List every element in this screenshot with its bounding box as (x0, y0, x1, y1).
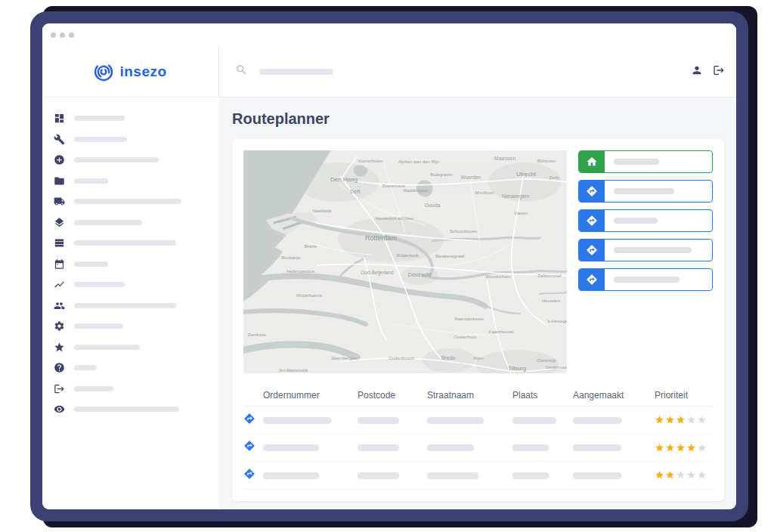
routeplanner-card: VoorschotenAlphen aan den RijnMaarssenBi… (232, 139, 724, 501)
route-stop-label (605, 181, 712, 202)
route-stop-label (605, 210, 712, 231)
brand-logo[interactable]: insezo (42, 46, 219, 97)
orders-col-header[interactable]: Postcode (358, 390, 427, 401)
star-filled-icon (665, 443, 675, 453)
route-stop-home[interactable] (578, 150, 713, 173)
sidebar-item-folder[interactable] (42, 171, 219, 192)
route-map[interactable]: VoorschotenAlphen aan den RijnMaarssenBi… (243, 150, 567, 373)
sidebar-item-logout[interactable] (42, 379, 219, 400)
route-stop-stop[interactable] (578, 268, 713, 291)
eye-icon (54, 404, 65, 415)
sidebar-item-label-placeholder (74, 199, 181, 204)
route-stop-stop[interactable] (578, 180, 713, 203)
window-dot-icon[interactable] (69, 32, 74, 38)
window-dot-icon[interactable] (60, 32, 65, 38)
star-empty-icon (697, 415, 707, 425)
orders-col-header[interactable]: Straatnaam (427, 390, 512, 401)
sidebar-item-label-placeholder (74, 345, 140, 350)
orders-table-row[interactable] (243, 435, 713, 462)
search-bar[interactable] (219, 46, 691, 97)
card-top: VoorschotenAlphen aan den RijnMaarssenBi… (243, 150, 713, 373)
sidebar-item-plus-circle[interactable] (42, 150, 219, 171)
sidebar-item-label-placeholder (74, 116, 125, 121)
map-city-label: Oosterhout (454, 335, 476, 339)
priority-stars[interactable] (655, 415, 713, 425)
sidebar-item-truck[interactable] (42, 191, 219, 212)
sidebar-item-star[interactable] (42, 337, 219, 358)
sidebar-item-label-placeholder (74, 157, 159, 162)
map-city-label: Breda (441, 355, 456, 360)
star-empty-icon (697, 443, 707, 453)
map-city-label: Woudrichem (485, 274, 511, 279)
sidebar-item-gear[interactable] (42, 316, 219, 337)
star-filled-icon (676, 415, 686, 425)
directions-icon (586, 185, 598, 197)
sidebar-item-calendar[interactable] (42, 254, 219, 275)
sidebar-item-label-placeholder (74, 386, 113, 391)
sidebar-item-users[interactable] (42, 295, 219, 317)
map-city-label: Zeist (549, 175, 559, 180)
orders-table-row[interactable] (243, 407, 713, 435)
wrench-icon (54, 134, 65, 145)
directions-icon (243, 468, 255, 480)
map-city-label: Middelharnis (296, 293, 322, 298)
logout-icon (54, 383, 65, 394)
map-city-label: Rockanje (281, 255, 301, 260)
order-cell-placeholder (427, 469, 512, 482)
route-stop-stop[interactable] (578, 239, 713, 261)
map-city-label: Waddinxveen (403, 188, 428, 193)
star-filled-icon (655, 415, 664, 425)
search-icon (235, 63, 248, 76)
order-cell-placeholder (263, 413, 358, 427)
directions-icon-badge (579, 240, 605, 261)
home-icon (586, 156, 598, 168)
map-city-label: Oisterwijk (537, 358, 557, 363)
sidebar-item-dashboard[interactable] (42, 108, 219, 129)
sidebar-item-label-placeholder (74, 261, 108, 267)
map-city-label: Nieuwerkerk a/d IJssel (376, 216, 413, 221)
logout-icon[interactable] (713, 64, 725, 79)
directions-icon (586, 244, 598, 256)
map-city-label: Voorschoten (358, 159, 382, 163)
orders-table: OrdernummerPostcodeStraatnaamPlaatsAange… (243, 384, 713, 490)
order-cell-placeholder (358, 441, 427, 454)
directions-icon-badge (579, 210, 605, 231)
route-stop-label (605, 151, 712, 172)
sidebar-item-eye[interactable] (42, 399, 219, 420)
sidebar-item-table-rows[interactable] (42, 233, 219, 254)
app-window: insezo Routeplanner (42, 23, 736, 509)
route-stop-stop[interactable] (578, 209, 713, 232)
map-city-label: Oudenbosch (389, 356, 414, 360)
orders-col-header[interactable]: Plaats (512, 390, 573, 401)
map-city-label: Naaldwijk (312, 209, 333, 213)
map-city-label: Alphen aan den Rijn (398, 159, 439, 164)
order-cell-placeholder (263, 469, 358, 482)
main-content: Routeplanner (219, 97, 736, 509)
app-header: insezo (42, 46, 736, 97)
truck-icon (54, 196, 65, 207)
orders-col-header[interactable]: Aangemaakt (573, 390, 655, 401)
sidebar-item-layers[interactable] (42, 212, 219, 234)
star-icon (54, 342, 65, 353)
brand-name: insezo (119, 63, 166, 80)
calendar-icon (54, 258, 65, 270)
window-titlebar (42, 23, 736, 46)
map-city-label: Nieuwegein (502, 193, 530, 200)
orders-col-header[interactable]: Prioriteit (655, 390, 713, 401)
window-dot-icon[interactable] (51, 32, 56, 38)
sidebar-item-wrench[interactable] (42, 129, 219, 150)
sidebar-item-help[interactable] (42, 357, 219, 379)
brand-logo-icon (94, 62, 113, 82)
map-city-label: Dordrecht (408, 272, 432, 277)
route-stop-label-placeholder (614, 218, 658, 224)
priority-stars[interactable] (655, 443, 713, 453)
orders-table-row[interactable] (243, 462, 713, 490)
priority-stars[interactable] (655, 470, 713, 480)
orders-col-header[interactable]: Ordernummer (263, 390, 358, 401)
search-input-placeholder[interactable] (259, 69, 333, 75)
route-stop-label-placeholder (614, 159, 659, 165)
user-profile-icon[interactable] (691, 64, 703, 79)
folder-icon (54, 175, 65, 187)
sidebar-item-chart[interactable] (42, 274, 219, 295)
directions-icon-cell (243, 468, 263, 483)
